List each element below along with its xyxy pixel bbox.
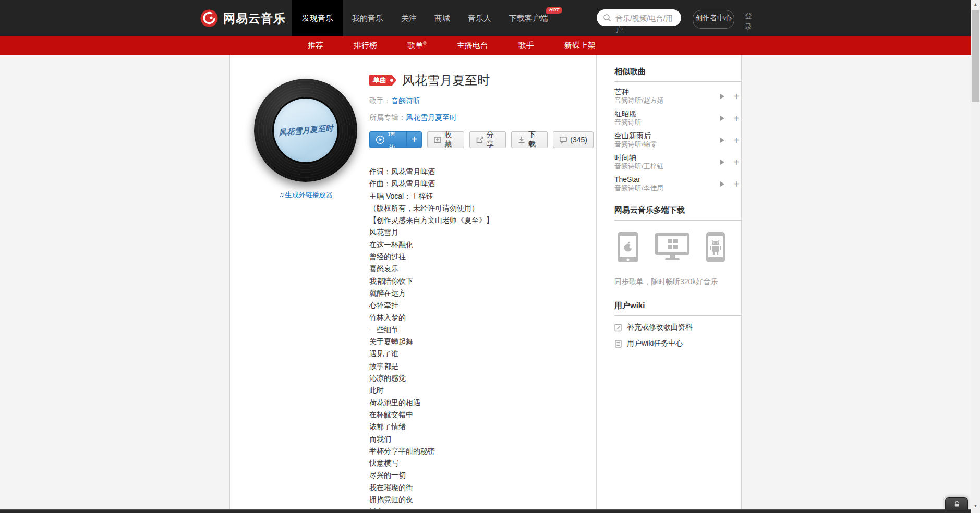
pc-download-icon[interactable] <box>655 233 689 261</box>
lyric-line: 关于夏蝉起舞 <box>369 336 493 348</box>
favorite-button-label: 收藏 <box>444 130 457 149</box>
lyric-line: 故事都是 <box>369 360 493 372</box>
lyric-line: 在这一杯融化 <box>369 239 493 251</box>
similar-song-actions: + <box>719 136 741 144</box>
add-song-icon[interactable]: + <box>733 136 740 144</box>
download-button[interactable]: 下载 <box>511 131 548 148</box>
similar-songs-list: 芒种 音阙诗听/赵方婧 + 红昭愿 音阙诗听 <box>614 88 741 192</box>
subnav-item[interactable]: 歌手 <box>518 41 534 51</box>
wiki-edit-song-link[interactable]: 补充或修改歌曲资料 <box>614 323 741 332</box>
lyric-line: 在杯觥交错中 <box>369 409 493 421</box>
download-button-label: 下载 <box>528 130 541 149</box>
play-song-icon[interactable] <box>719 137 725 143</box>
wiki-task-center-label: 用户wiki任务中心 <box>627 339 683 348</box>
nav-my-music[interactable]: 我的音乐 <box>343 0 392 36</box>
similar-song-name[interactable]: 红昭愿 <box>614 109 697 118</box>
similar-song-actions: + <box>719 114 741 123</box>
subnav-item[interactable]: 排行榜 <box>354 41 377 51</box>
album-disc: 风花雪月夏至时 <box>254 79 357 182</box>
subnav-item[interactable]: 主播电台 <box>457 41 488 51</box>
similar-song-actions: + <box>719 158 741 166</box>
unlock-icon <box>953 500 960 507</box>
download-icon <box>517 136 526 144</box>
player-bar-edge[interactable] <box>0 509 980 513</box>
similar-song-name[interactable]: 时间轴 <box>614 153 697 162</box>
play-song-icon[interactable] <box>719 181 725 187</box>
title-row: 单曲 风花雪月夏至时 <box>369 72 594 89</box>
player-lock-tab[interactable] <box>945 497 968 510</box>
search-input[interactable]: 音乐/视频/电台/用户 <box>597 9 681 26</box>
lyric-line: 喜怒哀乐 <box>369 263 493 275</box>
subnav-item-label: 推荐 <box>308 41 323 50</box>
lyric-line: 曾经的过往 <box>369 251 493 263</box>
play-song-icon[interactable] <box>719 115 725 121</box>
generate-outchain-player-link[interactable]: 生成外链播放器 <box>285 191 333 199</box>
lyric-line: 举杯分享半酣的秘密 <box>369 445 493 457</box>
login-link[interactable]: 登录 <box>745 10 753 32</box>
lyric-line: 一些细节 <box>369 324 493 336</box>
lyric-line: 我都陪你饮下 <box>369 275 493 287</box>
lyric-line: 荷花池里的相遇 <box>369 397 493 409</box>
page-scrollbar[interactable]: ▲ ▼ <box>971 0 980 513</box>
sub-navigation-bar: 推荐排行榜歌单®主播电台歌手新碟上架 <box>0 36 971 55</box>
add-song-icon[interactable]: + <box>733 114 740 123</box>
play-song-icon[interactable] <box>719 159 725 165</box>
netease-logo-icon <box>200 9 218 27</box>
similar-song-name[interactable]: 空山新雨后 <box>614 131 697 140</box>
album-link[interactable]: 风花雪月夏至时 <box>406 113 457 121</box>
lyric-line: 沁凉的感觉 <box>369 372 493 384</box>
nav-download-client[interactable]: 下载客户端 HOT <box>500 0 557 36</box>
similar-song-texts: 时间轴 音阙诗听/王梓钰 <box>614 153 697 170</box>
android-download-icon[interactable] <box>706 232 725 262</box>
nav-mall[interactable]: 商城 <box>426 0 459 36</box>
netease-logo[interactable]: 网易云音乐 <box>200 0 286 36</box>
similar-song-texts: 空山新雨后 音阙诗听/锦零 <box>614 131 697 149</box>
subnav-item[interactable]: 歌单® <box>407 41 427 51</box>
hot-badge: HOT <box>546 7 562 14</box>
play-song-icon[interactable] <box>719 93 725 100</box>
similar-song-name[interactable]: 芒种 <box>614 88 697 96</box>
song-main-pane: 风花雪月夏至时 ♫生成外链播放器 单曲 风花雪月夏至时 歌手：音阙诗听 所属专辑… <box>230 55 596 509</box>
top-header-bar: 网易云音乐 发现音乐 我的音乐 关注 商城 音乐人 下载客户端 HOT 音乐/视… <box>0 0 971 36</box>
share-button-label: 分享 <box>487 130 500 149</box>
share-button[interactable]: 分享 <box>469 131 506 148</box>
wiki-task-center-link[interactable]: 用户wiki任务中心 <box>614 339 741 348</box>
lyric-line: 拥抱霓虹的夜 <box>369 494 493 506</box>
nav-discover-music[interactable]: 发现音乐 <box>292 0 343 36</box>
add-to-playlist-button[interactable]: + <box>406 132 421 148</box>
similar-song-texts: 红昭愿 音阙诗听 <box>614 109 697 127</box>
nav-download-client-label: 下载客户端 <box>509 14 548 22</box>
iphone-download-icon[interactable] <box>618 232 638 262</box>
play-circle-icon <box>376 135 385 144</box>
creator-center-button[interactable]: 创作者中心 <box>693 10 734 29</box>
user-wiki-section: 用户wiki 补充或修改歌曲资料 <box>614 301 741 348</box>
lyric-line: 我在璀璨的街 <box>369 482 493 494</box>
favorite-button[interactable]: 收藏 <box>427 131 464 148</box>
similar-song-name[interactable]: TheStar <box>614 175 697 184</box>
subnav-item[interactable]: 推荐 <box>308 41 323 51</box>
play-button[interactable]: 播放 + <box>369 131 422 148</box>
add-song-icon[interactable]: + <box>733 180 740 188</box>
multi-platform-download-section: 网易云音乐多端下载 <box>614 205 741 288</box>
add-song-icon[interactable]: + <box>733 158 740 166</box>
subnav-item[interactable]: 新碟上架 <box>564 41 596 51</box>
comment-button[interactable]: (345) <box>553 131 594 148</box>
add-song-icon[interactable]: + <box>733 92 740 101</box>
lyric-line: 浓郁了情绪 <box>369 421 493 433</box>
nav-follow[interactable]: 关注 <box>392 0 426 36</box>
artist-link[interactable]: 音阙诗听 <box>391 96 420 105</box>
scrollbar-thumb[interactable] <box>972 10 979 102</box>
scrollbar-down-arrow[interactable]: ▼ <box>971 503 980 510</box>
nav-musician[interactable]: 音乐人 <box>459 0 500 36</box>
similar-song-texts: TheStar 音阙诗听/李佳思 <box>614 175 697 192</box>
outchain-player-row: ♫生成外链播放器 <box>254 190 357 200</box>
artist-label: 歌手： <box>369 96 391 105</box>
lyric-line: 而我们 <box>369 433 493 445</box>
similar-song-item: TheStar 音阙诗听/李佳思 + <box>614 175 741 192</box>
action-buttons: 播放 + 收藏 <box>369 131 594 148</box>
scrollbar-up-arrow[interactable]: ▲ <box>971 1 980 8</box>
user-wiki-title: 用户wiki <box>614 301 741 316</box>
similar-song-item: 时间轴 音阙诗听/王梓钰 + <box>614 153 741 170</box>
lyric-line: （版权所有，未经许可请勿使用） <box>369 202 493 214</box>
similar-song-actions: + <box>719 92 741 101</box>
